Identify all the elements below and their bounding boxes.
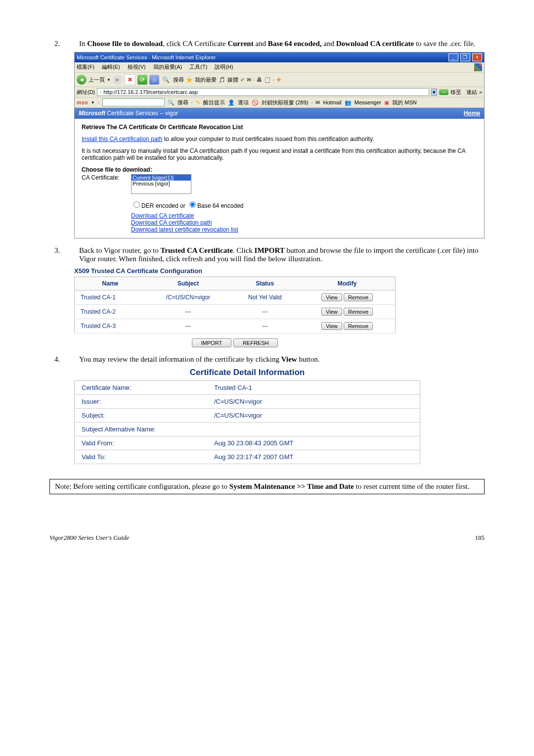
radio-base64[interactable] <box>189 201 196 208</box>
highlight-icon: ✎ <box>196 99 200 106</box>
msn-mymsn[interactable]: 我的 MSN <box>392 99 417 106</box>
list-item-previous[interactable]: Previous [vigor] <box>132 181 191 187</box>
ie-window: Microsoft Certificate Services - Microso… <box>74 52 485 238</box>
search-label[interactable]: 搜尋 <box>173 76 184 84</box>
msn-hotmail[interactable]: Hotmail <box>323 99 341 105</box>
trusted-ca-table: Name Subject Status Modify Trusted CA-1 … <box>74 277 396 333</box>
menu-edit[interactable]: 編輯(E) <box>102 64 120 70</box>
radio-der[interactable] <box>134 201 140 208</box>
mail-icon[interactable]: ✉ <box>247 77 251 83</box>
choose-file-label: Choose file to download: <box>82 166 477 173</box>
dropdown-icon[interactable]: ▾ <box>431 89 437 96</box>
address-input[interactable]: ▫ http://172.16.2.179/certsrv/certcarc.a… <box>97 88 429 96</box>
stop-button[interactable]: ✖ <box>125 74 135 85</box>
col-status: Status <box>230 277 299 290</box>
options-icon: 👤 <box>228 99 235 106</box>
cert-services-header: Microsoft Certificate Services -- vigor … <box>75 108 484 119</box>
msn-messenger[interactable]: Messenger <box>355 99 381 105</box>
menu-favorites[interactable]: 我的最愛(A) <box>153 64 182 70</box>
home-link[interactable]: Home <box>464 110 480 117</box>
toolbar: ◄ 上一頁 ▼ ► ✖ ⟳ ⌂ 🔍 搜尋 ★ 我的最愛 🎵 媒體 ✔ ✉ · 🖶… <box>75 73 484 87</box>
step-text: You may review the detail information of… <box>79 355 485 364</box>
col-subject: Subject <box>146 277 230 290</box>
refresh-button[interactable]: REFRESH <box>233 338 278 347</box>
msn-blocker[interactable]: 封鎖快顯視窗 (289) <box>262 99 309 106</box>
menu-view[interactable]: 檢視(V) <box>128 64 146 70</box>
remove-button[interactable]: Remove <box>344 293 373 301</box>
refresh-button[interactable]: ⟳ <box>137 75 147 85</box>
menu-file[interactable]: 檔案(F) <box>77 64 94 70</box>
certificate-detail-table: Certificate Name:Trusted CA-1 Issuer:/C=… <box>74 380 420 464</box>
close-button[interactable]: × <box>472 53 482 61</box>
step-number: 3. <box>49 246 79 263</box>
url-text: http://172.16.2.179/certsrv/certcarc.asp <box>103 89 198 95</box>
table-row: Trusted CA-2 --- --- View Remove <box>75 305 396 319</box>
download-ca-cert-link[interactable]: Download CA certificate <box>131 212 194 219</box>
col-modify: Modify <box>299 277 395 290</box>
msn-highlight[interactable]: 醒目提示 <box>203 99 225 106</box>
popup-blocker-icon: 🚫 <box>252 99 259 106</box>
menu-help[interactable]: 說明(H) <box>215 64 233 70</box>
address-label: 網址(D) <box>77 89 95 96</box>
view-button[interactable]: View <box>321 293 342 301</box>
minimize-button[interactable]: _ <box>448 53 458 61</box>
step-3: 3. Back to Vigor router, go to Trusted C… <box>49 246 485 263</box>
back-label: 上一頁 <box>89 76 105 84</box>
ie-titlebar: Microsoft Certificate Services - Microso… <box>75 52 484 62</box>
media-icon: 🎵 <box>219 77 225 83</box>
table-row: Trusted CA-1 /C=US/CN=vigor Not Yet Vali… <box>75 290 396 305</box>
remove-button[interactable]: Remove <box>344 308 373 316</box>
list-item-current[interactable]: Current [vigor(1)] <box>132 175 191 181</box>
ca-certificate-label: CA Certificate: <box>82 174 131 181</box>
page-footer: Vigor2800 Series User's Guide 185 <box>49 534 485 542</box>
view-button[interactable]: View <box>321 322 342 330</box>
msn-logo: msn <box>77 99 88 105</box>
step-number: 2. <box>49 40 79 48</box>
window-title: Microsoft Certificate Services - Microso… <box>77 54 216 60</box>
mymsn-icon: ▣ <box>384 99 389 106</box>
msn-search-input[interactable] <box>102 98 165 106</box>
detail-title: Certificate Detail Information <box>74 368 420 378</box>
remove-button[interactable]: Remove <box>344 322 373 330</box>
download-crl-link[interactable]: Download latest certificate revocation l… <box>131 226 238 233</box>
menu-tools[interactable]: 工具(T) <box>189 64 207 70</box>
discuss-icon[interactable]: ❖ <box>276 77 281 83</box>
step-number: 4. <box>49 355 79 364</box>
install-ca-path-link[interactable]: Install this CA certification path <box>82 136 162 142</box>
windows-logo-icon <box>474 63 482 71</box>
go-label: 移至 <box>450 89 461 96</box>
home-button[interactable]: ⌂ <box>149 75 159 85</box>
edit-icon[interactable]: 📋 <box>264 77 271 83</box>
import-button[interactable]: IMPORT <box>192 338 232 347</box>
trusted-config-title: X509 Trusted CA Certificate Configuratio… <box>74 267 485 275</box>
history-icon[interactable]: ✔ <box>240 77 245 83</box>
favorites-label[interactable]: 我的最愛 <box>195 76 217 84</box>
view-button[interactable]: View <box>321 308 342 316</box>
menu-bar: 檔案(F) 編輯(E) 檢視(V) 我的最愛(A) 工具(T) 說明(H) <box>75 62 484 73</box>
forward-button[interactable]: ► <box>113 75 123 85</box>
media-label[interactable]: 媒體 <box>227 76 238 84</box>
msn-toolbar: msn ▼ · 🔍 搜尋 · ✎ 醒目提示 👤 選項 🚫 封鎖快顯視窗 (289… <box>75 97 484 108</box>
step-text: In Choose file to download, click CA Cer… <box>79 40 485 48</box>
note-box: Note: Before setting certificate configu… <box>49 479 485 494</box>
address-bar: 網址(D) ▫ http://172.16.2.179/certsrv/cert… <box>75 87 484 97</box>
page-content: Microsoft Certificate Services -- vigor … <box>75 108 484 238</box>
page-icon: ▫ <box>99 89 101 95</box>
ca-certificate-listbox[interactable]: Current [vigor(1)] Previous [vigor] <box>131 174 191 194</box>
go-button[interactable]: → <box>439 89 448 95</box>
messenger-icon: 👥 <box>345 99 352 106</box>
step-text: Back to Vigor router, go to Trusted CA C… <box>79 246 485 263</box>
links-label[interactable]: 連結 <box>466 89 477 96</box>
step-4: 4. You may review the detail information… <box>49 355 485 364</box>
favorites-icon: ★ <box>186 75 193 85</box>
print-icon[interactable]: 🖶 <box>257 77 262 83</box>
maximize-button[interactable]: ❐ <box>460 53 470 61</box>
back-button[interactable]: ◄ <box>77 75 87 85</box>
msn-search-label[interactable]: 搜尋 <box>178 99 188 106</box>
footer-left: Vigor2800 Series User's Guide <box>49 534 129 542</box>
msn-search-icon: 🔍 <box>168 99 175 106</box>
download-ca-path-link[interactable]: Download CA certification path <box>131 219 212 226</box>
button-row: IMPORT REFRESH <box>74 338 396 347</box>
msn-options[interactable]: 選項 <box>238 99 249 106</box>
step-2: 2. In Choose file to download, click CA … <box>49 40 485 48</box>
